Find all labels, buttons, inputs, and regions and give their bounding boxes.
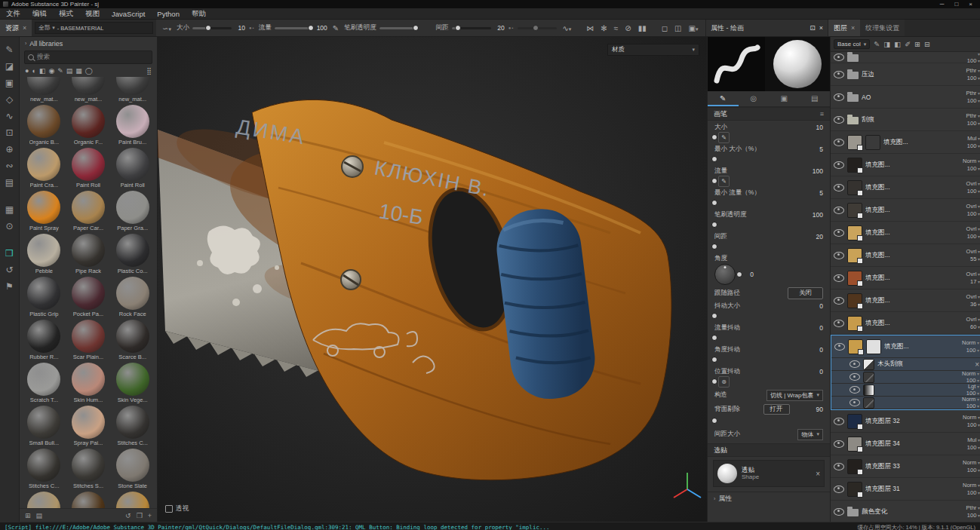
camera-mode-label[interactable]: 透视 (165, 504, 189, 513)
layer-opacity-value[interactable]: 60 (970, 323, 980, 331)
render-mode-icon[interactable]: ◫ (673, 23, 683, 33)
material-item[interactable]: Scar Plain... (66, 320, 111, 360)
library-selector[interactable]: › All libraries (20, 37, 157, 50)
material-thumbnail[interactable] (116, 449, 149, 482)
blend-mode-select[interactable]: Norm (962, 396, 979, 403)
blend-mode-select[interactable]: Ovrl (966, 225, 980, 233)
tab-assets[interactable]: 资源× (0, 20, 32, 36)
camera-icon[interactable]: ▣▾ (687, 23, 699, 33)
geometry-mask-tool-icon[interactable]: ▤ (1, 174, 18, 191)
close-tab-icon[interactable]: × (23, 24, 26, 32)
mask-sub-row[interactable]: Lgt100 (831, 384, 980, 397)
add-paint-layer-icon[interactable]: ✐ (905, 40, 911, 48)
visibility-eye-icon[interactable] (849, 399, 860, 406)
blend-mode-select[interactable]: Norm (963, 482, 980, 489)
section-properties-collapsed[interactable]: › 属性 (708, 492, 830, 504)
material-item[interactable]: new_mat... (110, 77, 155, 103)
pressure-toggle-icon[interactable]: ●• (249, 26, 255, 30)
backface-toggle[interactable]: 打开 (763, 404, 790, 415)
material-thumbnail[interactable] (116, 363, 149, 396)
layer-row[interactable]: AOPthr100 (831, 86, 980, 109)
material-thumbnail[interactable] (72, 406, 105, 439)
preset-list-icon[interactable]: ≡ (820, 110, 824, 118)
tab-layers[interactable]: 图层× (828, 20, 860, 36)
material-thumbnail[interactable] (27, 77, 60, 95)
clone-tool-icon[interactable]: ⊡ (1, 124, 18, 141)
plugins-icon[interactable]: ⚑ (1, 278, 18, 295)
flow-slider[interactable] (275, 27, 314, 29)
filter-filters-icon[interactable]: ◉ (48, 67, 54, 75)
layer-row[interactable]: 填充图层 33Norm100 (831, 455, 980, 478)
layer-row[interactable]: 填充图层 32Norm100 (831, 410, 980, 433)
visibility-eye-icon[interactable] (834, 440, 844, 448)
material-item[interactable]: Stitches C... (110, 406, 155, 446)
visibility-eye-icon[interactable] (834, 161, 844, 169)
layer-opacity-value[interactable]: 100 (967, 188, 980, 195)
material-picker-tool-icon[interactable]: ⊕ (1, 141, 18, 158)
assets-scope-select[interactable]: 全部▾ - BASEMATERIAL (35, 22, 153, 34)
material-thumbnail[interactable] (27, 492, 60, 508)
filter-smart-materials-icon[interactable]: ◐ (32, 67, 35, 75)
layer-opacity-value[interactable]: 100 (967, 489, 980, 497)
material-thumbnail[interactable] (27, 449, 60, 482)
view-grid-icon[interactable]: ⣿ (146, 67, 152, 75)
menu-item-编辑[interactable]: 编辑 (26, 9, 53, 19)
blend-mode-select[interactable]: Ovrl (966, 248, 980, 256)
tab-material-icon[interactable]: ▤ (800, 91, 831, 106)
material-thumbnail[interactable] (116, 234, 149, 267)
material-thumbnail[interactable] (27, 234, 60, 267)
mask-thumbnail[interactable] (865, 135, 880, 150)
layer-thumbnail[interactable] (847, 180, 862, 195)
material-item[interactable]: Rubber R... (22, 320, 66, 360)
blend-mode-select[interactable]: Ovrl (966, 271, 980, 278)
layer-row[interactable]: 压边Pthr100 (831, 63, 980, 86)
tab-brush-icon[interactable]: ✎ (708, 91, 739, 106)
assets-shelf-icon[interactable]: ❒ (1, 245, 18, 262)
blend-mode-select[interactable]: Pthr (966, 112, 980, 120)
layers-list[interactable]: 100压边Pthr100AOPthr100刮痕Pthr100填充图...Mul1… (831, 52, 980, 522)
mask-sub-row[interactable]: Norm100 (831, 371, 980, 384)
blend-mode-select[interactable]: Lgt (968, 383, 979, 391)
layer-row[interactable]: 填充图...Ovrl60 (831, 312, 980, 335)
material-item[interactable]: new_mat... (22, 77, 66, 103)
layer-row[interactable]: 刮痕Pthr100 (831, 109, 980, 131)
pen-pressure-icon[interactable]: ✎ (331, 23, 340, 33)
material-thumbnail[interactable] (27, 363, 60, 396)
layer-row[interactable]: 填充图...Mul100 (831, 131, 980, 154)
stencil-thumbnail[interactable] (717, 464, 737, 483)
material-thumbnail[interactable] (72, 277, 105, 310)
menu-item-帮助[interactable]: 帮助 (186, 9, 212, 19)
remove-stencil-icon[interactable]: × (816, 470, 820, 478)
paint-tool-icon[interactable]: ✎ (1, 41, 18, 58)
refresh-shelf-icon[interactable]: ↺ (125, 512, 131, 519)
visibility-eye-icon[interactable] (834, 229, 844, 237)
material-thumbnail[interactable] (27, 148, 60, 181)
material-item[interactable]: Spray Pai... (66, 406, 111, 446)
visibility-eye-icon[interactable] (834, 463, 844, 470)
visibility-eye-icon[interactable] (849, 386, 860, 394)
material-thumbnail[interactable] (27, 406, 60, 439)
material-item[interactable]: Organic F... (66, 105, 111, 146)
tab-stencil-icon[interactable]: ▣ (769, 91, 800, 106)
material-thumbnail[interactable] (116, 320, 149, 353)
visibility-eye-icon[interactable] (834, 116, 844, 124)
size-space-select[interactable]: 物体▾ (797, 429, 823, 440)
layer-thumbnail[interactable] (847, 271, 862, 286)
layer-row[interactable]: 填充图层 34Mul100 (831, 433, 980, 455)
viewport-canvas[interactable]: ДИМА КЛЮХІН В. 10-Б (158, 37, 707, 522)
layer-opacity-value[interactable]: 100 (967, 97, 980, 105)
visibility-eye-icon[interactable] (849, 360, 860, 368)
instantiate-layer-icon[interactable]: ◨ (883, 40, 890, 48)
blend-mode-select[interactable]: Norm (963, 158, 980, 165)
close-button[interactable]: × (969, 1, 972, 8)
layer-opacity-value[interactable]: 100 (967, 233, 980, 240)
visibility-eye-icon[interactable] (834, 93, 844, 101)
layer-thumbnail[interactable] (847, 482, 862, 497)
material-thumbnail[interactable] (116, 277, 149, 310)
blend-mode-select[interactable]: Norm (962, 370, 979, 378)
add-shelf-icon[interactable]: + (148, 512, 152, 519)
visibility-eye-icon[interactable] (834, 139, 844, 146)
spacing-slider[interactable] (452, 27, 491, 29)
viewport-3d[interactable]: ДИМА КЛЮХІН В. 10-Б 材质▾ 透视 (158, 37, 707, 522)
material-thumbnail[interactable] (116, 77, 149, 95)
